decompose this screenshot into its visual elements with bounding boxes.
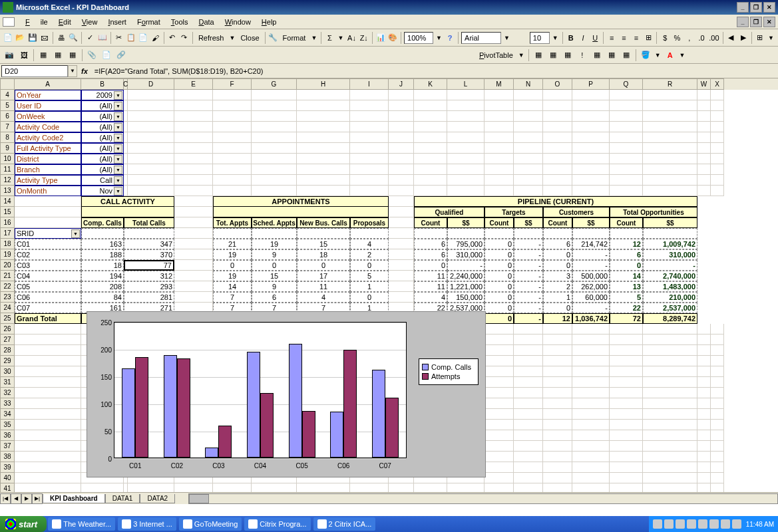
col-header-W[interactable]: W	[697, 78, 711, 90]
tray-icon[interactable]	[664, 519, 674, 529]
cell[interactable]	[485, 90, 514, 100]
cell[interactable]	[213, 90, 252, 100]
pt-icon7[interactable]: ▦	[620, 49, 633, 62]
cell[interactable]	[643, 111, 697, 122]
cell[interactable]	[128, 164, 174, 175]
col-header-K[interactable]: K	[414, 78, 447, 90]
cell[interactable]	[128, 122, 174, 132]
cell[interactable]	[485, 164, 514, 175]
fx-icon[interactable]: fx	[81, 67, 88, 75]
cell[interactable]	[213, 164, 252, 175]
open-icon[interactable]: 📂	[15, 31, 25, 45]
taskbar-item[interactable]: GoToMeeting	[179, 517, 242, 531]
cell[interactable]	[697, 132, 711, 143]
cell[interactable]	[485, 186, 514, 196]
sheet-tab-data1[interactable]: DATA1	[105, 494, 140, 503]
tb2-icon3[interactable]: ▦	[37, 49, 50, 62]
total-calls-cell[interactable]: 312	[124, 271, 174, 281]
cell[interactable]: OnMonth	[15, 186, 81, 196]
cell[interactable]	[252, 111, 297, 122]
tray-icon[interactable]	[721, 519, 730, 529]
pt-icon6[interactable]: ▦	[605, 49, 618, 62]
col-header-B[interactable]: B	[81, 78, 124, 90]
total-calls-cell[interactable]: 281	[124, 292, 174, 303]
cell[interactable]	[514, 111, 543, 122]
srid-cell[interactable]: C06	[15, 292, 81, 303]
cell[interactable]	[697, 154, 711, 164]
cell[interactable]	[697, 122, 711, 132]
underline-icon[interactable]: U	[590, 31, 600, 45]
chart-icon[interactable]: 📊	[375, 31, 386, 45]
cell[interactable]	[174, 154, 213, 164]
fontsize-select[interactable]: 10	[530, 32, 550, 44]
col-header-I[interactable]: I	[350, 78, 389, 90]
cell[interactable]	[252, 132, 297, 143]
cell[interactable]	[711, 154, 724, 164]
help-icon[interactable]: ?	[445, 31, 455, 45]
col-header-O[interactable]: O	[543, 78, 572, 90]
comp-calls-cell[interactable]: 84	[81, 292, 124, 303]
col-header-L[interactable]: L	[447, 78, 485, 90]
align-left-icon[interactable]: ≡	[606, 31, 617, 45]
cell[interactable]	[174, 90, 213, 100]
cell[interactable]	[389, 154, 414, 164]
merge-icon[interactable]: ⊞	[643, 31, 654, 45]
grand-total-label[interactable]: Grand Total	[15, 313, 81, 324]
cell[interactable]	[252, 164, 297, 175]
cell[interactable]	[350, 154, 389, 164]
cell[interactable]	[350, 111, 389, 122]
cell[interactable]	[350, 132, 389, 143]
cell[interactable]	[514, 154, 543, 164]
cell[interactable]	[643, 100, 697, 111]
cell[interactable]	[610, 100, 643, 111]
cell[interactable]	[414, 100, 447, 111]
cell[interactable]	[414, 154, 447, 164]
formula-input[interactable]: =IF(A20="Grand Total", SUM(D$18:D19), B2…	[92, 67, 778, 75]
cell[interactable]	[711, 100, 724, 111]
cell[interactable]	[514, 90, 543, 100]
cell[interactable]	[414, 143, 447, 154]
cell[interactable]: Branch	[15, 164, 81, 175]
comp-calls-cell[interactable]: 18	[81, 260, 124, 271]
cell[interactable]	[543, 100, 572, 111]
cell[interactable]	[128, 154, 174, 164]
font-color-icon[interactable]: A	[664, 49, 677, 62]
cell[interactable]	[389, 186, 414, 196]
cell[interactable]	[350, 100, 389, 111]
dec-indent-icon[interactable]: ◀	[725, 31, 736, 45]
inc-decimal-icon[interactable]: .0	[696, 31, 707, 45]
new-icon[interactable]: 📄	[3, 31, 13, 45]
save-icon[interactable]: 💾	[27, 31, 38, 45]
col-header-N[interactable]: N	[514, 78, 543, 90]
document-icon[interactable]	[3, 17, 15, 27]
cell[interactable]	[643, 143, 697, 154]
cell[interactable]	[514, 100, 543, 111]
cell[interactable]	[485, 154, 514, 164]
cell[interactable]: Activity Code2	[15, 132, 81, 143]
pt-icon3[interactable]: ▦	[561, 49, 574, 62]
cell[interactable]	[174, 100, 213, 111]
format-button[interactable]: Format	[280, 34, 309, 42]
cell[interactable]	[213, 111, 252, 122]
cell[interactable]	[174, 122, 213, 132]
cell[interactable]	[447, 111, 485, 122]
col-header-R[interactable]: R	[643, 78, 697, 90]
menu-tools[interactable]: Tools	[166, 17, 194, 27]
total-calls-cell[interactable]: 347	[124, 239, 174, 249]
cell[interactable]	[213, 186, 252, 196]
cell[interactable]: User ID	[15, 100, 81, 111]
inc-indent-icon[interactable]: ▶	[738, 31, 749, 45]
cell[interactable]	[389, 132, 414, 143]
horizontal-scrollbar[interactable]	[188, 493, 778, 504]
cell[interactable]	[447, 132, 485, 143]
cell[interactable]	[297, 100, 350, 111]
cell[interactable]	[174, 111, 213, 122]
tb2-icon6[interactable]: 📎	[85, 49, 98, 62]
cell[interactable]	[543, 186, 572, 196]
comp-calls-cell[interactable]: 208	[81, 281, 124, 292]
cell[interactable]	[350, 164, 389, 175]
cell[interactable]	[252, 175, 297, 186]
tray-icon[interactable]	[676, 519, 685, 529]
name-box-dropdown[interactable]: ▼	[68, 65, 77, 77]
cell[interactable]	[414, 164, 447, 175]
